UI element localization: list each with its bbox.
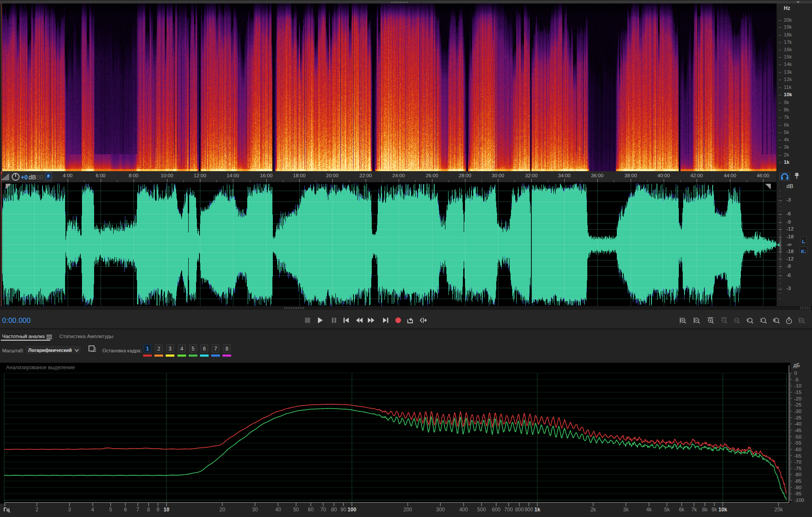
svg-text:-95: -95 xyxy=(794,491,802,496)
svg-text:-55: -55 xyxy=(794,440,802,445)
svg-text:300: 300 xyxy=(436,507,445,513)
svg-text:7: 7 xyxy=(136,507,139,513)
svg-text:-60: -60 xyxy=(794,447,802,452)
svg-text:-65: -65 xyxy=(794,453,802,458)
svg-text:-40: -40 xyxy=(794,421,802,426)
svg-text:20k: 20k xyxy=(774,507,783,513)
svg-text:100: 100 xyxy=(347,507,356,513)
svg-text:-35: -35 xyxy=(794,415,802,420)
svg-text:4: 4 xyxy=(91,507,94,513)
svg-text:-5: -5 xyxy=(794,377,799,382)
svg-text:8k: 8k xyxy=(702,507,708,513)
svg-text:3k: 3k xyxy=(623,507,629,513)
svg-text:9: 9 xyxy=(157,507,160,513)
svg-text:5: 5 xyxy=(109,507,112,513)
svg-text:1k: 1k xyxy=(534,507,540,513)
svg-text:-70: -70 xyxy=(794,459,802,465)
svg-text:6: 6 xyxy=(124,507,127,513)
svg-text:-85: -85 xyxy=(794,478,802,484)
svg-text:9k: 9k xyxy=(711,507,717,513)
svg-text:8: 8 xyxy=(147,507,150,513)
svg-text:-80: -80 xyxy=(794,472,802,477)
svg-text:-20: -20 xyxy=(794,396,802,401)
svg-text:600: 600 xyxy=(492,507,501,513)
svg-text:200: 200 xyxy=(403,507,412,513)
svg-text:2: 2 xyxy=(36,507,39,513)
svg-text:-50: -50 xyxy=(794,434,802,439)
svg-text:80: 80 xyxy=(331,507,337,513)
svg-text:90: 90 xyxy=(341,507,347,513)
svg-text:-45: -45 xyxy=(794,428,802,433)
svg-text:дБ: дБ xyxy=(793,362,800,368)
svg-text:50: 50 xyxy=(293,507,299,513)
svg-text:Анализированое выделение: Анализированое выделение xyxy=(6,364,75,371)
svg-text:-15: -15 xyxy=(794,390,802,395)
svg-text:3: 3 xyxy=(68,507,71,513)
svg-text:4k: 4k xyxy=(646,507,652,513)
svg-text:6k: 6k xyxy=(679,507,685,513)
svg-text:500: 500 xyxy=(477,507,486,513)
svg-text:900: 900 xyxy=(524,507,533,513)
svg-text:10: 10 xyxy=(164,507,170,513)
svg-text:700: 700 xyxy=(504,507,513,513)
svg-text:-10: -10 xyxy=(794,383,802,388)
svg-text:0: 0 xyxy=(794,371,797,376)
svg-text:800: 800 xyxy=(515,507,524,513)
svg-text:30: 30 xyxy=(252,507,258,513)
svg-text:-75: -75 xyxy=(794,466,802,471)
svg-text:400: 400 xyxy=(459,507,468,513)
svg-text:60: 60 xyxy=(308,507,314,513)
svg-text:-25: -25 xyxy=(794,402,802,407)
svg-text:-100: -100 xyxy=(794,497,804,503)
svg-text:10k: 10k xyxy=(718,507,727,513)
svg-text:-30: -30 xyxy=(794,409,802,414)
svg-text:2k: 2k xyxy=(590,507,596,513)
svg-text:-90: -90 xyxy=(794,485,802,490)
svg-text:7k: 7k xyxy=(691,507,697,513)
svg-text:40: 40 xyxy=(275,507,282,513)
svg-text:20: 20 xyxy=(219,507,226,513)
svg-text:5k: 5k xyxy=(664,507,670,513)
svg-text:Гц: Гц xyxy=(3,507,10,513)
svg-text:70: 70 xyxy=(320,507,326,513)
